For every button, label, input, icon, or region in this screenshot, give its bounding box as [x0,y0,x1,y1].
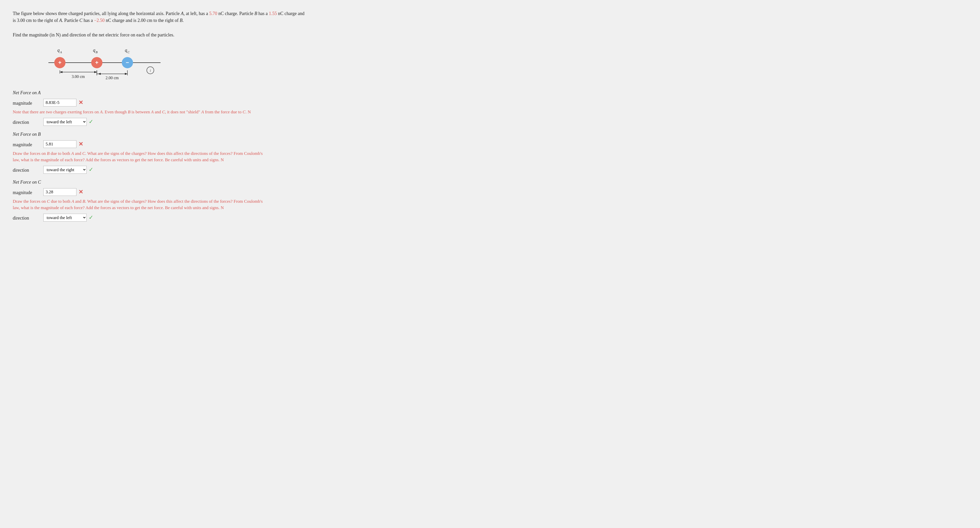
section-force-b: Net Force on B magnitude ✕ Draw the forc… [13,131,967,174]
magnitude-wrong-icon-a: ✕ [78,100,83,105]
find-text: Find the magnitude (in N) and direction … [13,32,967,38]
direction-select-group-a: toward the left toward the right ✓ [43,118,93,126]
svg-text:+: + [95,59,99,66]
problem-text: The figure below shows three charged par… [13,10,967,24]
svg-text:q: q [125,48,127,53]
svg-text:q: q [57,48,60,53]
problem-statement: The figure below shows three charged par… [13,10,967,38]
charge-b-value: 1.55 [269,11,277,16]
svg-text:B: B [95,50,98,54]
svg-marker-19 [98,73,101,75]
svg-text:A: A [60,50,62,54]
svg-text:+: + [58,59,62,66]
magnitude-error-b: Draw the forces on B due to both A and C… [13,150,344,163]
magnitude-input-group-b: ✕ [43,140,83,148]
direction-row-b: direction toward the right toward the le… [13,166,967,174]
svg-text:C: C [127,50,130,54]
direction-correct-icon-a: ✓ [89,119,93,124]
magnitude-input-group-a: ✕ [43,99,83,107]
direction-correct-icon-c: ✓ [89,215,93,220]
direction-row-c: direction toward the left toward the rig… [13,214,967,222]
magnitude-row-c: magnitude ✕ [13,188,967,196]
magnitude-label-a: magnitude [13,99,43,107]
svg-text:q: q [93,48,95,53]
charge-a-value: 5.70 [209,11,217,16]
magnitude-input-a[interactable] [43,99,76,107]
svg-text:−: − [126,59,129,66]
direction-select-b[interactable]: toward the right toward the left [43,166,87,174]
charge-c-value: −2.50 [94,18,105,23]
direction-select-a[interactable]: toward the left toward the right [43,118,87,126]
magnitude-input-c[interactable] [43,188,76,196]
direction-correct-icon-b: ✓ [89,167,93,172]
svg-text:3.00 cm: 3.00 cm [72,75,85,79]
direction-row-a: direction toward the left toward the rig… [13,118,967,126]
magnitude-input-b[interactable] [43,140,76,148]
magnitude-row-a: magnitude ✕ [13,99,967,107]
magnitude-label-b: magnitude [13,140,43,148]
svg-marker-13 [60,71,62,73]
direction-select-group-c: toward the left toward the right ✓ [43,214,93,222]
magnitude-input-group-c: ✕ [43,188,83,196]
direction-select-group-b: toward the right toward the left ✓ [43,166,93,174]
section-force-c: Net Force on C magnitude ✕ Draw the forc… [13,179,967,222]
magnitude-row-b: magnitude ✕ [13,140,967,148]
direction-label-b: direction [13,166,43,174]
section-force-a: Net Force on A magnitude ✕ Note that the… [13,89,967,126]
magnitude-wrong-icon-b: ✕ [78,142,83,147]
section-title-a: Net Force on A [13,89,967,96]
magnitude-label-c: magnitude [13,188,43,196]
svg-marker-20 [125,73,127,75]
svg-text:2.00 cm: 2.00 cm [105,76,119,80]
particle-diagram: q A q B q C + + − 3.00 cm 2.00 cm [43,46,165,82]
direction-label-c: direction [13,214,43,222]
svg-text:i: i [150,68,151,73]
magnitude-error-c: Draw the forces on C due to both A and B… [13,198,344,211]
direction-label-a: direction [13,118,43,126]
svg-marker-14 [94,71,97,73]
section-title-c: Net Force on C [13,179,967,186]
magnitude-wrong-icon-c: ✕ [78,189,83,195]
diagram: q A q B q C + + − 3.00 cm 2.00 cm [43,46,171,82]
direction-select-c[interactable]: toward the left toward the right [43,214,87,222]
section-title-b: Net Force on B [13,131,967,138]
magnitude-error-a: Note that there are two charges exerting… [13,109,344,115]
